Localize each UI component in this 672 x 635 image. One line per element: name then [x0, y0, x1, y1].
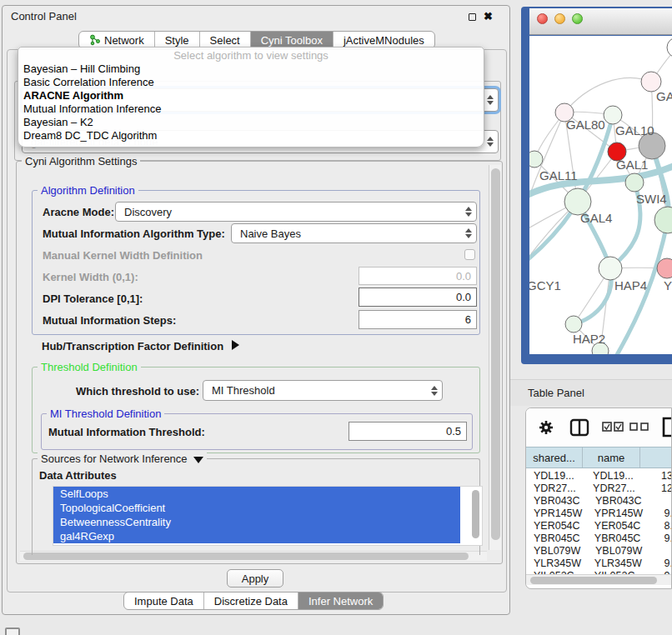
tab-infer-network-label: Infer Network	[308, 595, 373, 608]
tab-select[interactable]: Select	[200, 32, 251, 48]
node-swi4[interactable]	[625, 173, 644, 192]
tab-impute-data[interactable]: Impute Data	[124, 592, 204, 609]
select-all-icon[interactable]	[602, 422, 624, 432]
close-window-icon[interactable]: ✖	[484, 12, 493, 21]
combo-stepper-icon	[427, 386, 442, 396]
popup-item[interactable]: Bayesian – Hill Climbing	[18, 62, 484, 76]
column-header-label: name	[598, 452, 625, 464]
list-item[interactable]: TopologicalCoefficient	[53, 501, 460, 515]
which-threshold-select[interactable]: MI Threshold	[203, 380, 443, 401]
network-window-titlebar[interactable]	[529, 8, 672, 35]
table-row[interactable]: YER054CYER054C8.	[526, 520, 672, 532]
dpi-tolerance-field[interactable]: 0.0	[359, 288, 477, 307]
table-toolbar	[526, 408, 672, 447]
algorithm-popup: Select algorithm to view settings Bayesi…	[18, 47, 484, 148]
popup-item[interactable]: Basic Correlation Inference	[18, 76, 484, 89]
apply-button[interactable]: Apply	[227, 569, 283, 588]
mi-threshold-label: Mutual Information Threshold:	[48, 426, 205, 438]
node-hap2[interactable]	[565, 316, 582, 332]
threshold-definition-group: Threshold Definition Which threshold to …	[32, 367, 480, 453]
export-table-icon[interactable]	[662, 417, 672, 438]
sources-group: Sources for Network Inference Data Attri…	[32, 458, 480, 555]
list-item[interactable]: gal4RGexp	[53, 529, 460, 543]
algorithm-definition-title: Algorithm Definition	[38, 184, 138, 197]
cell-value: 9.	[650, 558, 672, 570]
cell-value: 13	[647, 470, 672, 482]
aracne-mode-label: Aracne Mode:	[43, 206, 114, 218]
tab-jactivemnodules[interactable]: jActiveMNodules	[333, 32, 434, 48]
node[interactable]	[654, 207, 672, 233]
mi-type-value: Naive Bayes	[240, 228, 301, 240]
column-header-extra[interactable]	[640, 448, 672, 468]
control-panel-title: Control Panel	[11, 10, 77, 22]
popup-item[interactable]: Dream8 DC_TDC Algorithm	[18, 129, 484, 142]
table-row[interactable]: YPR145WYPR145W9.	[526, 508, 672, 520]
tab-network[interactable]: Network	[79, 32, 155, 48]
node-hap4[interactable]	[599, 257, 622, 280]
node-gal11[interactable]	[529, 151, 543, 168]
collapsed-panel-icon[interactable]	[5, 628, 20, 635]
mi-type-select[interactable]: Naive Bayes	[231, 223, 477, 243]
network-graph: GAL GAL80 GAL10 GAL1 GAL11 SWI4 GAL4 GCY…	[529, 36, 672, 354]
cell-shared: YLR345W	[526, 558, 589, 570]
close-traffic-light-icon[interactable]	[537, 13, 548, 24]
tab-discretize-data[interactable]: Discretize Data	[204, 592, 298, 609]
cyni-algorithm-settings-group: Cyni Algorithm Settings Algorithm Defini…	[16, 161, 503, 564]
table-row[interactable]: YBR043CYBR043C	[526, 495, 672, 508]
float-window-icon[interactable]	[469, 13, 476, 21]
list-item[interactable]: BetweennessCentrality	[53, 515, 460, 529]
cell-shared: YBL079W	[526, 545, 589, 558]
popup-item-selected[interactable]: ARACNE Algorithm	[18, 89, 484, 102]
settings-vscrollbar[interactable]	[489, 165, 501, 550]
column-header-name[interactable]: name	[583, 448, 640, 468]
table-row[interactable]: YLR345WYLR345W9.	[526, 558, 672, 570]
popup-item[interactable]: Bayesian – K2	[18, 116, 484, 129]
cell-shared: YBR043C	[526, 495, 589, 508]
table-row[interactable]: YBR045CYBR045C9.	[526, 532, 672, 545]
zoom-traffic-light-icon[interactable]	[572, 13, 583, 24]
table-row[interactable]: YDL19...YDL19...13	[526, 470, 672, 482]
mi-steps-label: Mutual Information Steps:	[43, 314, 176, 327]
threshold-definition-title: Threshold Definition	[38, 361, 141, 373]
cell-shared: YDR27...	[526, 482, 587, 495]
tab-cyni-toolbox[interactable]: Cyni Toolbox	[251, 32, 333, 48]
network-canvas[interactable]: GAL GAL80 GAL10 GAL1 GAL11 SWI4 GAL4 GCY…	[529, 36, 672, 354]
node-gal10[interactable]	[604, 106, 622, 124]
aracne-mode-value: Discovery	[124, 206, 172, 218]
which-threshold-value: MI Threshold	[212, 384, 275, 397]
mi-threshold-value: 0.5	[446, 425, 461, 438]
manual-kernel-checkbox[interactable]	[464, 249, 475, 260]
aracne-mode-select[interactable]: Discovery	[115, 202, 477, 222]
data-attributes-list[interactable]: SelfLoops TopologicalCoefficient Between…	[53, 486, 483, 546]
kernel-width-field[interactable]: 0.0	[359, 267, 477, 285]
network-icon	[89, 34, 101, 46]
deselect-all-icon[interactable]	[629, 422, 649, 431]
gear-icon[interactable]	[538, 419, 554, 436]
table-hscrollbar[interactable]	[526, 574, 672, 585]
cell-value	[652, 495, 666, 508]
cell-shared: YDL19...	[526, 470, 587, 482]
collapse-down-icon[interactable]	[193, 457, 203, 463]
tab-style-label: Style	[165, 34, 189, 47]
tab-style[interactable]: Style	[155, 32, 200, 48]
expand-right-icon[interactable]	[232, 340, 239, 350]
tab-infer-network[interactable]: Infer Network	[298, 592, 383, 609]
mi-steps-value: 6	[465, 313, 471, 326]
popup-item[interactable]: Mutual Information Inference	[18, 102, 484, 116]
table-hscrollbar-thumb[interactable]	[530, 577, 657, 584]
node[interactable]	[667, 38, 672, 58]
node-label: GAL4	[580, 211, 612, 225]
table-row[interactable]: YDR27...YDR27...12	[526, 482, 672, 495]
column-header-shared[interactable]: shared...	[526, 448, 583, 468]
list-vscrollbar-thumb[interactable]	[472, 490, 479, 538]
tab-network-label: Network	[104, 34, 144, 47]
list-item[interactable]: SelfLoops	[53, 487, 460, 501]
table-row[interactable]: YBL079WYBL079W	[526, 545, 672, 558]
settings-vscrollbar-thumb[interactable]	[491, 168, 500, 540]
cell-name: YBR043C	[589, 495, 652, 508]
column-chooser-icon[interactable]	[569, 418, 589, 437]
node-label: HAP2	[573, 332, 605, 346]
minimize-traffic-light-icon[interactable]	[554, 13, 565, 24]
mi-steps-field[interactable]: 6	[359, 310, 477, 329]
mi-threshold-field[interactable]: 0.5	[349, 422, 467, 441]
